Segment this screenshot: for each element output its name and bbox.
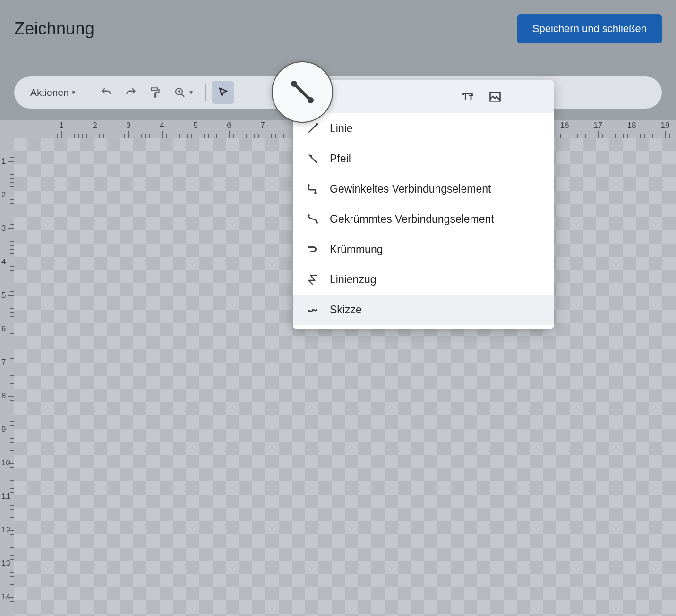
line-menu-item-label: Skizze xyxy=(330,304,362,316)
vertical-ruler: 1234567891011121314 xyxy=(0,138,14,616)
line-menu-item-line[interactable]: Linie xyxy=(293,113,554,143)
caret-down-icon: ▼ xyxy=(71,89,77,96)
ruler-number: 17 xyxy=(594,121,603,130)
line-menu-item-label: Linie xyxy=(330,122,353,135)
ruler-number: 2 xyxy=(93,121,97,130)
polyline-icon xyxy=(306,273,319,286)
actions-label: Aktionen xyxy=(30,87,69,98)
redo-icon xyxy=(125,86,137,99)
svg-line-12 xyxy=(294,84,311,101)
undo-button[interactable] xyxy=(95,81,118,104)
zoom-button[interactable]: ▼ xyxy=(169,81,200,104)
ruler-number: 4 xyxy=(160,121,164,130)
save-close-button[interactable]: Speichern und schließen xyxy=(517,14,662,43)
image-tool-button[interactable] xyxy=(488,90,502,103)
line-tool-dropdown: LiniePfeilGewinkeltes Verbindungselement… xyxy=(293,80,554,329)
line-menu-item-curved[interactable]: Gekrümmtes Verbindungselement xyxy=(293,204,554,234)
ruler-number: 7 xyxy=(260,121,265,130)
line-menu-item-label: Krümmung xyxy=(330,243,383,256)
ruler-number: 1 xyxy=(1,157,6,166)
select-tool-button[interactable] xyxy=(212,81,234,104)
undo-icon xyxy=(100,86,112,99)
image-icon xyxy=(488,90,502,103)
line-menu-item-scribble[interactable]: Skizze xyxy=(293,295,554,325)
ruler-number: 16 xyxy=(560,121,569,130)
line-icon xyxy=(288,78,317,106)
cursor-icon xyxy=(217,87,229,98)
ruler-number: 18 xyxy=(627,121,636,130)
toolbar-separator xyxy=(205,84,206,101)
line-menu-item-label: Gekrümmtes Verbindungselement xyxy=(330,213,494,226)
caret-down-icon: ▼ xyxy=(188,89,194,96)
curve-icon xyxy=(306,243,319,256)
line-menu-item-arrow[interactable]: Pfeil xyxy=(293,143,554,174)
ruler-number: 19 xyxy=(661,121,670,130)
line-menu-item-polyline[interactable]: Linienzug xyxy=(293,264,554,295)
ruler-number: 5 xyxy=(1,291,6,300)
actions-menu-button[interactable]: Aktionen ▼ xyxy=(24,81,83,104)
paint-format-button[interactable] xyxy=(144,81,167,104)
line-icon xyxy=(306,122,319,135)
arrow-icon xyxy=(306,152,319,165)
curved-icon xyxy=(306,212,319,226)
ruler-number: 2 xyxy=(1,190,6,200)
svg-point-14 xyxy=(308,97,314,103)
line-menu-item-elbow[interactable]: Gewinkeltes Verbindungselement xyxy=(293,174,554,204)
redo-button[interactable] xyxy=(120,81,142,104)
ruler-number: 5 xyxy=(193,121,197,130)
paint-roller-icon xyxy=(149,86,162,99)
ruler-number: 1 xyxy=(59,121,63,130)
ruler-number: 7 xyxy=(1,358,6,367)
svg-point-10 xyxy=(308,214,310,217)
svg-point-9 xyxy=(314,192,317,194)
ruler-number: 4 xyxy=(1,257,6,267)
line-menu-item-label: Gewinkeltes Verbindungselement xyxy=(330,183,491,195)
text-tool-button[interactable] xyxy=(461,90,474,103)
line-menu-item-label: Pfeil xyxy=(330,152,351,165)
ruler-number: 6 xyxy=(1,324,6,334)
scribble-icon xyxy=(306,303,319,316)
svg-point-6 xyxy=(316,123,318,126)
toolbar-separator xyxy=(89,84,89,101)
line-menu-item-label: Linienzug xyxy=(330,273,376,286)
page-title: Zeichnung xyxy=(14,19,94,39)
line-menu-item-curve[interactable]: Krümmung xyxy=(293,234,554,264)
elbow-icon xyxy=(306,182,319,195)
zoom-icon xyxy=(174,87,186,98)
ruler-number: 3 xyxy=(1,224,6,233)
svg-point-13 xyxy=(291,81,297,87)
svg-line-5 xyxy=(308,124,317,132)
textbox-icon xyxy=(461,90,474,103)
svg-point-11 xyxy=(316,221,318,224)
ruler-number: 8 xyxy=(1,391,6,401)
ruler-number: 3 xyxy=(126,121,130,130)
ruler-number: 9 xyxy=(1,425,6,434)
ruler-number: 6 xyxy=(227,121,231,130)
svg-line-1 xyxy=(181,94,184,97)
svg-point-8 xyxy=(308,184,310,186)
modal-header: Zeichnung Speichern und schließen xyxy=(14,14,662,43)
line-tool-highlight[interactable] xyxy=(272,61,333,123)
